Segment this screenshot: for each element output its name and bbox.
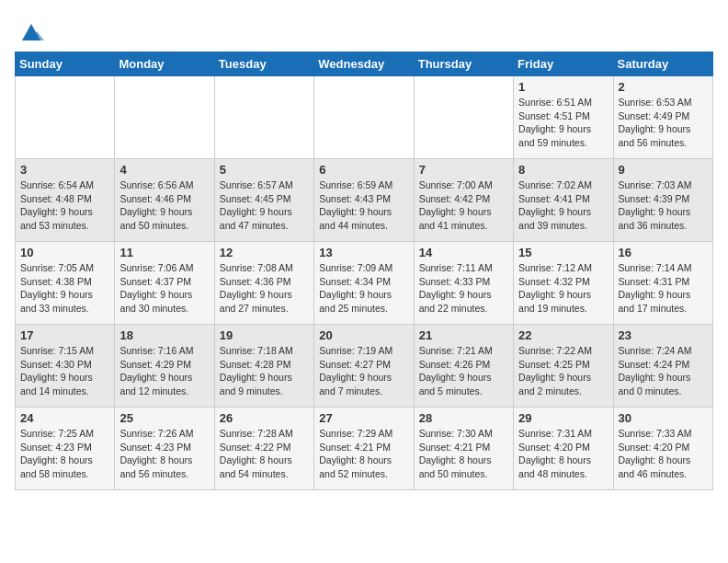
calendar-day-cell: 5Sunrise: 6:57 AM Sunset: 4:45 PM Daylig… — [214, 159, 313, 242]
day-info: Sunrise: 7:31 AM Sunset: 4:20 PM Dayligh… — [518, 427, 608, 481]
day-info: Sunrise: 7:18 AM Sunset: 4:28 PM Dayligh… — [220, 344, 309, 398]
day-number: 23 — [619, 328, 708, 342]
day-number: 21 — [419, 328, 508, 342]
calendar-day-cell: 28Sunrise: 7:30 AM Sunset: 4:21 PM Dayli… — [414, 408, 513, 490]
calendar-day-cell: 16Sunrise: 7:14 AM Sunset: 4:31 PM Dayli… — [613, 242, 712, 325]
page-header — [15, 15, 713, 44]
day-info: Sunrise: 7:29 AM Sunset: 4:21 PM Dayligh… — [319, 427, 408, 481]
day-number: 14 — [419, 246, 508, 259]
day-number: 30 — [619, 411, 708, 425]
calendar-day-cell: 1Sunrise: 6:51 AM Sunset: 4:51 PM Daylig… — [514, 76, 613, 159]
day-number: 17 — [20, 328, 109, 342]
calendar-day-cell: 21Sunrise: 7:21 AM Sunset: 4:26 PM Dayli… — [414, 325, 513, 408]
day-info: Sunrise: 7:19 AM Sunset: 4:27 PM Dayligh… — [319, 344, 408, 398]
calendar-day-cell — [414, 76, 513, 159]
day-number: 11 — [119, 246, 209, 259]
day-number: 24 — [20, 411, 109, 425]
day-info: Sunrise: 7:30 AM Sunset: 4:21 PM Dayligh… — [419, 427, 508, 481]
calendar-day-cell: 10Sunrise: 7:05 AM Sunset: 4:38 PM Dayli… — [16, 242, 115, 325]
calendar-day-cell: 20Sunrise: 7:19 AM Sunset: 4:27 PM Dayli… — [314, 325, 414, 408]
day-info: Sunrise: 7:11 AM Sunset: 4:33 PM Dayligh… — [419, 261, 508, 316]
calendar-day-cell: 2Sunrise: 6:53 AM Sunset: 4:49 PM Daylig… — [613, 76, 712, 159]
day-number: 9 — [619, 163, 708, 177]
calendar-day-cell — [214, 76, 313, 159]
calendar-day-cell: 23Sunrise: 7:24 AM Sunset: 4:24 PM Dayli… — [613, 325, 712, 408]
day-number: 1 — [518, 80, 608, 94]
calendar-header-row: SundayMondayTuesdayWednesdayThursdayFrid… — [16, 52, 713, 76]
day-number: 20 — [319, 328, 408, 342]
calendar-day-cell: 24Sunrise: 7:25 AM Sunset: 4:23 PM Dayli… — [16, 408, 115, 490]
day-number: 28 — [419, 411, 508, 425]
day-info: Sunrise: 6:59 AM Sunset: 4:43 PM Dayligh… — [319, 178, 408, 233]
day-info: Sunrise: 7:21 AM Sunset: 4:26 PM Dayligh… — [419, 344, 508, 398]
calendar-day-cell: 11Sunrise: 7:06 AM Sunset: 4:37 PM Dayli… — [115, 242, 214, 325]
day-info: Sunrise: 7:28 AM Sunset: 4:22 PM Dayligh… — [220, 427, 309, 481]
day-info: Sunrise: 7:16 AM Sunset: 4:29 PM Dayligh… — [119, 344, 209, 398]
calendar-day-cell: 27Sunrise: 7:29 AM Sunset: 4:21 PM Dayli… — [314, 408, 414, 490]
calendar-day-cell: 12Sunrise: 7:08 AM Sunset: 4:36 PM Dayli… — [214, 242, 313, 325]
calendar-day-cell: 4Sunrise: 6:56 AM Sunset: 4:46 PM Daylig… — [115, 159, 214, 242]
calendar-day-cell: 9Sunrise: 7:03 AM Sunset: 4:39 PM Daylig… — [613, 159, 712, 242]
calendar-day-cell: 8Sunrise: 7:02 AM Sunset: 4:41 PM Daylig… — [514, 159, 613, 242]
day-number: 7 — [419, 163, 508, 177]
calendar-week-row: 17Sunrise: 7:15 AM Sunset: 4:30 PM Dayli… — [16, 325, 713, 408]
day-info: Sunrise: 7:05 AM Sunset: 4:38 PM Dayligh… — [20, 261, 109, 316]
day-number: 22 — [518, 328, 608, 342]
day-number: 8 — [518, 163, 608, 177]
calendar-day-cell: 22Sunrise: 7:22 AM Sunset: 4:25 PM Dayli… — [514, 325, 613, 408]
day-info: Sunrise: 7:22 AM Sunset: 4:25 PM Dayligh… — [518, 344, 608, 398]
day-of-week-header: Tuesday — [214, 52, 313, 76]
day-of-week-header: Thursday — [414, 52, 513, 76]
day-info: Sunrise: 7:26 AM Sunset: 4:23 PM Dayligh… — [119, 427, 209, 481]
day-number: 26 — [220, 411, 309, 425]
day-number: 29 — [518, 411, 608, 425]
day-info: Sunrise: 7:03 AM Sunset: 4:39 PM Dayligh… — [619, 178, 708, 233]
calendar-day-cell: 30Sunrise: 7:33 AM Sunset: 4:20 PM Dayli… — [613, 408, 712, 490]
day-info: Sunrise: 6:57 AM Sunset: 4:45 PM Dayligh… — [220, 178, 309, 233]
day-number: 19 — [220, 328, 309, 342]
calendar-week-row: 3Sunrise: 6:54 AM Sunset: 4:48 PM Daylig… — [16, 159, 713, 242]
day-info: Sunrise: 7:09 AM Sunset: 4:34 PM Dayligh… — [319, 261, 408, 316]
calendar-week-row: 24Sunrise: 7:25 AM Sunset: 4:23 PM Dayli… — [16, 408, 713, 490]
calendar-day-cell — [314, 76, 414, 159]
calendar-day-cell: 19Sunrise: 7:18 AM Sunset: 4:28 PM Dayli… — [214, 325, 313, 408]
day-info: Sunrise: 6:53 AM Sunset: 4:49 PM Dayligh… — [619, 96, 708, 150]
logo-icon — [18, 18, 44, 44]
day-info: Sunrise: 7:00 AM Sunset: 4:42 PM Dayligh… — [419, 178, 508, 233]
day-number: 3 — [20, 163, 109, 177]
day-of-week-header: Saturday — [613, 52, 712, 76]
day-info: Sunrise: 7:33 AM Sunset: 4:20 PM Dayligh… — [619, 427, 708, 481]
calendar-day-cell: 25Sunrise: 7:26 AM Sunset: 4:23 PM Dayli… — [115, 408, 214, 490]
calendar-table: SundayMondayTuesdayWednesdayThursdayFrid… — [15, 52, 713, 490]
day-number: 18 — [119, 328, 209, 342]
logo — [15, 18, 44, 44]
day-info: Sunrise: 6:51 AM Sunset: 4:51 PM Dayligh… — [518, 96, 608, 150]
calendar-day-cell: 3Sunrise: 6:54 AM Sunset: 4:48 PM Daylig… — [16, 159, 115, 242]
calendar-day-cell: 29Sunrise: 7:31 AM Sunset: 4:20 PM Dayli… — [514, 408, 613, 490]
day-number: 25 — [119, 411, 209, 425]
day-of-week-header: Friday — [514, 52, 613, 76]
calendar-day-cell: 6Sunrise: 6:59 AM Sunset: 4:43 PM Daylig… — [314, 159, 414, 242]
day-number: 6 — [319, 163, 408, 177]
day-info: Sunrise: 7:08 AM Sunset: 4:36 PM Dayligh… — [220, 261, 309, 316]
day-number: 2 — [619, 80, 708, 94]
day-info: Sunrise: 7:06 AM Sunset: 4:37 PM Dayligh… — [119, 261, 209, 316]
calendar-day-cell: 14Sunrise: 7:11 AM Sunset: 4:33 PM Dayli… — [414, 242, 513, 325]
day-number: 15 — [518, 246, 608, 259]
day-number: 12 — [220, 246, 309, 259]
calendar-day-cell: 7Sunrise: 7:00 AM Sunset: 4:42 PM Daylig… — [414, 159, 513, 242]
day-info: Sunrise: 6:54 AM Sunset: 4:48 PM Dayligh… — [20, 178, 109, 233]
day-info: Sunrise: 7:25 AM Sunset: 4:23 PM Dayligh… — [20, 427, 109, 481]
day-number: 5 — [220, 163, 309, 177]
calendar-week-row: 1Sunrise: 6:51 AM Sunset: 4:51 PM Daylig… — [16, 76, 713, 159]
day-info: Sunrise: 7:14 AM Sunset: 4:31 PM Dayligh… — [619, 261, 708, 316]
day-number: 16 — [619, 246, 708, 259]
day-number: 13 — [319, 246, 408, 259]
calendar-day-cell: 18Sunrise: 7:16 AM Sunset: 4:29 PM Dayli… — [115, 325, 214, 408]
day-number: 10 — [20, 246, 109, 259]
calendar-day-cell — [16, 76, 115, 159]
day-info: Sunrise: 7:15 AM Sunset: 4:30 PM Dayligh… — [20, 344, 109, 398]
calendar-day-cell: 26Sunrise: 7:28 AM Sunset: 4:22 PM Dayli… — [214, 408, 313, 490]
day-number: 4 — [119, 163, 209, 177]
calendar-day-cell — [115, 76, 214, 159]
